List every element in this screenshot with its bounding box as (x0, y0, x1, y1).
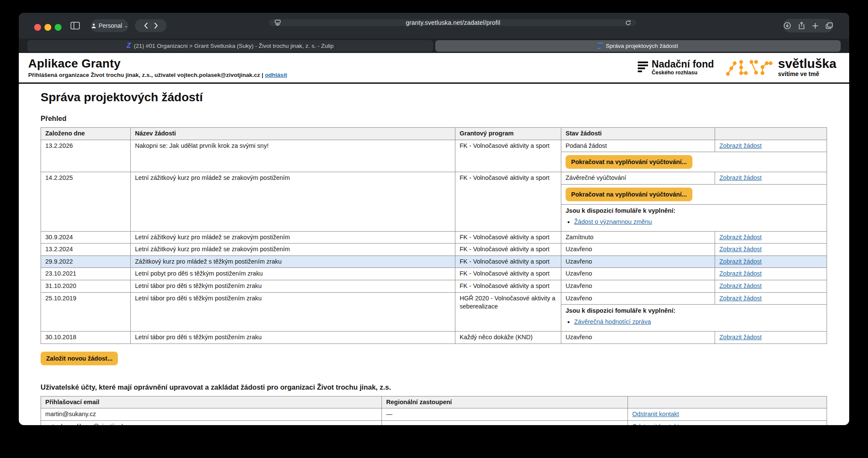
svetluska-constellation-icon (725, 58, 773, 77)
svetluska-logo: světluška svítíme ve tmě (725, 57, 836, 77)
svetluska-subtitle: svítíme ve tmě (778, 70, 836, 77)
forms-available-label: Jsou k dispozici fomuláře k vyplnění: (566, 307, 822, 314)
share-icon[interactable] (798, 22, 805, 29)
remove-contact-link[interactable]: Odstranit kontakt (632, 423, 679, 425)
application-status: Uzavřeno (561, 256, 715, 268)
main-area: Správa projektových žádostí Přehled Zalo… (19, 84, 849, 425)
application-status-zone: UzavřenoZobrazit žádost (561, 244, 827, 255)
continue-settlement-button[interactable]: Pokračovat na vyplňování vyúčtování... (566, 155, 692, 169)
application-date: 13.2.2026 (41, 140, 131, 172)
zobrazit-zadost-link[interactable]: Zobrazit žádost (719, 282, 762, 289)
application-status-zone: UzavřenoZobrazit žádost (561, 332, 827, 344)
account-regional: — (382, 408, 628, 420)
remove-contact-link[interactable]: Odstranit kontakt (632, 411, 679, 417)
profile-switcher[interactable]: Personal ⌄ (91, 19, 128, 32)
zobrazit-zadost-link[interactable]: Zobrazit žádost (719, 174, 762, 181)
new-application-button[interactable]: Založit novou žádost... (41, 352, 118, 365)
application-date: 30.10.2018 (41, 332, 131, 344)
application-row: 25.10.2019Letní tábor pro děti s těžkým … (41, 293, 827, 332)
zobrazit-zadost-link[interactable]: Zobrazit žádost (719, 295, 762, 302)
sidebar-toggle-button[interactable] (67, 19, 84, 32)
application-program: FK - Volnočasové aktivity a sport (455, 280, 561, 292)
account-regional: — (382, 421, 628, 425)
back-button[interactable] (144, 23, 148, 29)
form-link[interactable]: Žádost o významnou změnu (574, 218, 652, 225)
forward-button[interactable] (154, 23, 158, 29)
zobrazit-zadost-link[interactable]: Zobrazit žádost (719, 246, 762, 252)
settlement-button-row: Pokračovat na vyplňování vyúčtování... (561, 184, 827, 204)
screen: Personal ⌄ granty.svetluska.net/za (0, 0, 868, 458)
login-info-text: Přihlášená organizace Život trochu jinak… (28, 72, 263, 78)
zobrazit-zadost-link[interactable]: Zobrazit žádost (719, 334, 762, 341)
accounts-column-header (628, 396, 827, 408)
navigation-buttons (135, 19, 167, 32)
application-row: 13.2.2024Letní zážitkový kurz pro mládež… (41, 244, 827, 256)
zoom-window-button[interactable] (55, 24, 62, 31)
close-window-button[interactable] (34, 24, 41, 31)
chevron-down-icon: ⌄ (124, 23, 128, 28)
toolbar-actions (783, 19, 833, 32)
status-subrow: UzavřenoZobrazit žádost (561, 268, 827, 280)
application-name: Letní tábor pro děti s těžkým postižením… (131, 332, 455, 344)
zobrazit-zadost-link[interactable]: Zobrazit žádost (719, 234, 762, 241)
application-status: Uzavřeno (561, 268, 715, 280)
minimize-window-button[interactable] (44, 24, 51, 31)
downloads-icon[interactable] (783, 22, 791, 29)
logout-link[interactable]: odhlásit (265, 72, 287, 78)
applications-column-header: Název žádosti (131, 128, 455, 140)
application-name: Nakopni se: Jak udělat prvník krok za sv… (131, 140, 455, 172)
account-row: martin@sukany.cz—Odstranit kontakt (41, 408, 827, 421)
application-program: FK - Volnočasové aktivity a sport (455, 232, 561, 244)
accounts-heading: Uživatelské účty, které mají oprávnění u… (41, 383, 827, 391)
application-status: Uzavřeno (561, 293, 715, 305)
tab-overview-icon[interactable] (826, 22, 833, 29)
account-email: martin@sukany.cz (41, 408, 382, 420)
tab-label: (21) #01 Organizacni > Grant Svetluska (… (134, 43, 334, 49)
application-program: HGŘ 2020 - Volnočasové aktivity a sebere… (455, 293, 561, 332)
application-program: FK - Volnočasové aktivity a sport (455, 256, 561, 268)
form-link[interactable]: Závěrečná hodnotící zpráva (574, 318, 651, 325)
tab-zulip[interactable]: Z (21) #01 Organizacni > Grant Svetluska… (27, 40, 433, 52)
page-settings-icon[interactable] (274, 20, 281, 26)
application-date: 25.10.2019 (41, 293, 131, 332)
address-bar[interactable]: granty.svetluska.net/zadatel/profil (269, 19, 636, 26)
continue-settlement-button[interactable]: Pokračovat na vyplňování vyúčtování... (566, 188, 692, 201)
account-actions: Odstranit kontakt (628, 421, 827, 425)
application-status-zone: Podaná žádostZobrazit žádostPokračovat n… (561, 140, 827, 172)
application-name: Letní tábor pro děti s těžkým postižením… (131, 293, 455, 332)
zobrazit-zadost-link[interactable]: Zobrazit žádost (719, 270, 762, 277)
application-status: Zamítnuto (561, 232, 715, 244)
status-subrow: UzavřenoZobrazit žádost (561, 244, 827, 255)
forms-list-item: Žádost o významnou změnu (574, 218, 822, 225)
stripes-favicon-icon (598, 43, 603, 49)
forms-list: Žádost o významnou změnu (574, 218, 822, 225)
application-actions: Zobrazit žádost (715, 256, 827, 268)
application-actions: Zobrazit žádost (715, 293, 827, 305)
new-tab-icon[interactable] (812, 23, 818, 29)
nadacni-fond-logo: Nadační fond Českého rozhlasu (638, 59, 714, 75)
reload-icon[interactable] (625, 20, 631, 26)
zobrazit-zadost-link[interactable]: Zobrazit žádost (719, 258, 762, 265)
status-subrow: UzavřenoZobrazit žádost (561, 293, 827, 305)
application-date: 29.9.2022 (41, 256, 131, 268)
accounts-header-row: Přihlašovací emailRegionální zastoupení (41, 396, 827, 409)
page-content: Aplikace Granty Přihlášená organizace Ži… (19, 53, 849, 425)
url-text: granty.svetluska.net/zadatel/profil (406, 19, 500, 26)
accounts-column-header: Přihlašovací email (41, 396, 382, 408)
application-status-zone: Závěrečné vyúčtováníZobrazit žádostPokra… (561, 172, 827, 231)
application-name: Letní zážitkový kurz pro mládež se zrako… (131, 172, 455, 231)
sidebar-icon (70, 22, 80, 29)
application-status-zone: ZamítnutoZobrazit žádost (561, 232, 827, 244)
account-email: petra.benedikova@zivotjinak.cz (41, 421, 382, 425)
application-name: Letní tábor pro děti s těžkým postižením… (131, 280, 455, 292)
zulip-icon: Z (126, 42, 131, 49)
application-name: Letní zážitkový kurz pro mládež se zrako… (131, 244, 455, 255)
zobrazit-zadost-link[interactable]: Zobrazit žádost (719, 142, 762, 149)
application-row: 30.10.2018Letní tábor pro děti s těžkým … (41, 332, 827, 344)
application-status-zone: UzavřenoZobrazit žádostJsou k dispozici … (561, 293, 827, 332)
account-actions: Odstranit kontakt (628, 408, 827, 420)
status-subrow: UzavřenoZobrazit žádost (561, 256, 827, 268)
status-subrow: Podaná žádostZobrazit žádost (561, 140, 827, 152)
applications-column-header: Stav žádosti (561, 128, 715, 140)
tab-sprava-zadosti[interactable]: Správa projektových žádostí (435, 40, 841, 52)
